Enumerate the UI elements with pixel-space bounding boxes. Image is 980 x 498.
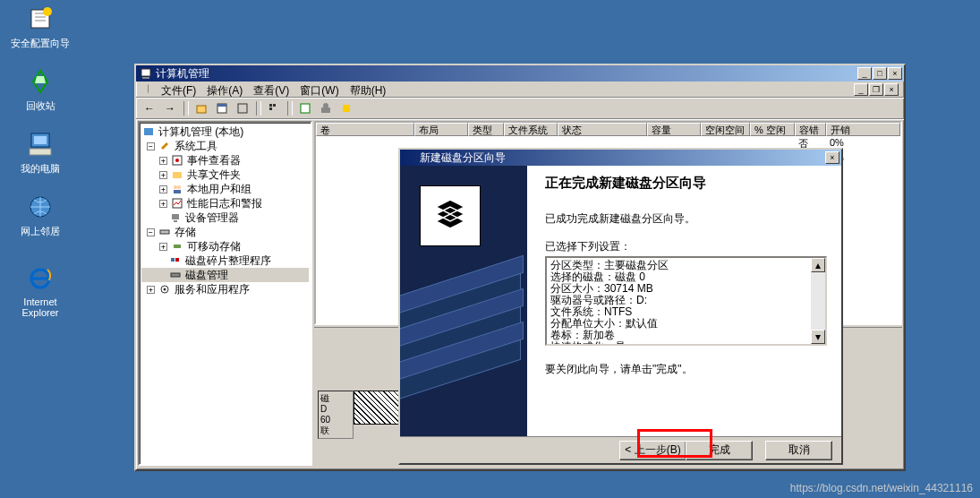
svg-rect-24 [173, 172, 182, 178]
maximize-button[interactable]: □ [873, 67, 887, 80]
defrag-icon [168, 254, 183, 267]
desktop-label: 回收站 [9, 99, 72, 113]
ie-icon [26, 264, 55, 293]
scrollbar-track[interactable] [811, 272, 825, 330]
svg-rect-7 [141, 69, 150, 76]
folder-icon [170, 168, 184, 181]
menubar: 文件(F) 操作(A) 查看(V) 窗口(W) 帮助(H) _ ❐ × [136, 82, 904, 98]
col-volume[interactable]: 卷 [316, 123, 414, 136]
desktop-label: 我的电脑 [9, 162, 72, 176]
svg-rect-15 [273, 104, 276, 107]
tree-disk-mgmt[interactable]: 磁盘管理 [141, 268, 309, 282]
expand-icon[interactable]: + [159, 157, 167, 165]
menu-action[interactable]: 操作(A) [201, 83, 248, 95]
wizard-icon [26, 4, 55, 33]
tree-storage[interactable]: −存储 [141, 225, 309, 239]
menu-view[interactable]: 查看(V) [248, 83, 294, 95]
mdi-close[interactable]: × [884, 83, 899, 96]
desktop-icon-ie[interactable]: Internet Explorer [9, 264, 72, 318]
separator [287, 101, 293, 116]
device-icon [168, 211, 183, 224]
desktop-icon-computer[interactable]: 我的电脑 [9, 130, 72, 176]
svg-rect-34 [175, 258, 179, 262]
col-capacity[interactable]: 容量 [647, 123, 701, 136]
expand-icon[interactable]: + [159, 243, 167, 251]
tree-shared-folders[interactable]: +共享文件夹 [141, 167, 309, 182]
toolbar-button-1[interactable] [233, 99, 252, 117]
col-status[interactable]: 状态 [558, 123, 647, 136]
tree-removable[interactable]: +可移动存储 [141, 239, 309, 253]
settings-button[interactable] [316, 99, 336, 117]
properties-button[interactable] [212, 99, 232, 117]
svg-point-26 [177, 185, 181, 189]
tree-event-viewer[interactable]: +事件查看器 [141, 153, 309, 167]
disk-stack-graphic [400, 282, 521, 382]
event-icon [170, 154, 184, 167]
desktop-icon-recycle[interactable]: 回收站 [9, 67, 72, 113]
scroll-down-button[interactable]: ▾ [811, 330, 825, 344]
svg-point-37 [164, 288, 166, 291]
expand-icon[interactable]: + [159, 171, 167, 179]
tree-root[interactable]: 计算机管理 (本地) [141, 124, 309, 139]
col-type[interactable]: 类型 [468, 123, 504, 136]
desktop-icon-network[interactable]: 网上邻居 [9, 193, 72, 238]
svg-rect-16 [269, 107, 272, 110]
minimize-button[interactable]: _ [857, 67, 872, 80]
menu-help[interactable]: 帮助(H) [345, 83, 392, 95]
mmc-titlebar[interactable]: 计算机管理 _ □ × [136, 65, 904, 82]
wizard-close-button[interactable]: × [825, 151, 839, 164]
expand-icon[interactable]: + [159, 200, 167, 208]
col-pct-free[interactable]: % 空闲 [750, 123, 795, 136]
tree-device-mgr[interactable]: 设备管理器 [141, 210, 309, 225]
svg-rect-20 [343, 105, 350, 112]
wizard-titlebar[interactable]: 新建磁盘分区向导 × [400, 150, 841, 166]
svg-rect-10 [197, 106, 206, 113]
toolbar-button-2[interactable] [264, 99, 284, 117]
doc-icon [141, 83, 154, 96]
up-button[interactable] [192, 99, 211, 117]
collapse-icon[interactable]: − [147, 228, 155, 236]
settings-summary[interactable]: 分区类型：主要磁盘分区 选择的磁盘：磁盘 0 分区大小：30714 MB 驱动器… [545, 256, 827, 346]
scrollbar[interactable]: ▴ ▾ [811, 258, 825, 344]
refresh-button[interactable] [295, 99, 315, 117]
close-button[interactable]: × [888, 67, 902, 80]
tree-perf-logs[interactable]: +性能日志和警报 [141, 196, 309, 210]
tree-panel[interactable]: 计算机管理 (本地) −系统工具 +事件查看器 +共享文件夹 +本地用户和组 +… [138, 121, 312, 466]
svg-rect-4 [30, 149, 51, 155]
cancel-button[interactable]: 取消 [765, 441, 832, 460]
expand-icon[interactable]: + [159, 185, 167, 193]
watermark: https://blog.csdn.net/weixin_44321116 [790, 482, 973, 494]
forward-button[interactable]: → [160, 99, 180, 117]
back-button[interactable]: < 上一步(B) [619, 441, 686, 460]
col-tolerance[interactable]: 容错 [795, 123, 826, 136]
svg-rect-17 [301, 104, 310, 113]
desktop-icon-wizard[interactable]: 安全配置向导 [9, 4, 72, 50]
tree-defrag[interactable]: 磁盘碎片整理程序 [141, 253, 309, 268]
col-free[interactable]: 空闲空间 [701, 123, 750, 136]
scroll-up-button[interactable]: ▴ [811, 258, 825, 272]
expand-icon[interactable]: + [147, 286, 155, 294]
new-partition-wizard: 新建磁盘分区向导 × 正在完成新建磁盘分区向导 已成功完成新建磁盘分区向导。 已… [398, 148, 843, 465]
mdi-restore[interactable]: ❐ [869, 83, 883, 96]
col-layout[interactable]: 布局 [414, 123, 468, 136]
wizard-sidebar-graphic [400, 166, 527, 436]
tools-icon [158, 140, 172, 152]
collapse-icon[interactable]: − [147, 142, 155, 150]
tree-local-users[interactable]: +本地用户和组 [141, 182, 309, 196]
svg-rect-3 [34, 136, 47, 144]
tree-system-tools[interactable]: −系统工具 [141, 139, 309, 153]
svg-rect-29 [172, 214, 179, 219]
toolbar: ← → [136, 98, 904, 119]
help-button[interactable] [337, 99, 356, 117]
svg-rect-21 [144, 128, 153, 135]
menu-window[interactable]: 窗口(W) [294, 83, 344, 95]
svg-rect-27 [174, 190, 181, 193]
back-button[interactable]: ← [140, 99, 159, 117]
svg-rect-12 [217, 104, 226, 107]
tree-services[interactable]: +服务和应用程序 [141, 282, 309, 296]
menu-file[interactable]: 文件(F) [156, 83, 201, 95]
col-fs[interactable]: 文件系统 [504, 123, 558, 136]
col-overhead[interactable]: 开销 [826, 123, 900, 136]
mdi-minimize[interactable]: _ [854, 83, 868, 96]
finish-button[interactable]: 完成 [686, 441, 753, 460]
